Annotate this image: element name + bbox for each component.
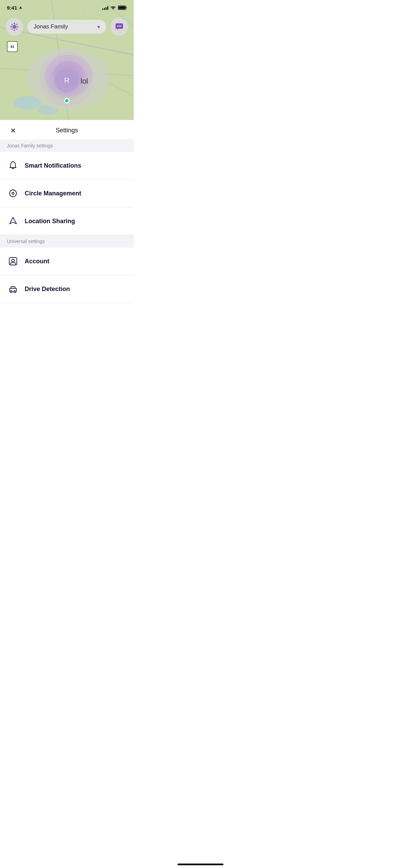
circle-management-label: Circle Management [25, 190, 81, 197]
family-selector-button[interactable]: Jonas Family ▾ [27, 20, 106, 34]
family-name-label: Jonas Family [34, 23, 68, 30]
navigation-icon [7, 215, 19, 227]
svg-point-32 [119, 25, 120, 27]
time-display: 9:41 [7, 5, 17, 11]
drive-detection-item[interactable]: Drive Detection [0, 275, 134, 303]
drive-detection-label: Drive Detection [25, 286, 70, 293]
status-icons [102, 5, 127, 10]
svg-point-1 [113, 9, 113, 10]
svg-rect-25 [17, 26, 19, 27]
location-sharing-label: Location Sharing [25, 218, 75, 225]
settings-title: Settings [56, 127, 78, 134]
location-arrow-icon [19, 6, 23, 10]
status-bar: 9:41 [0, 0, 134, 13]
svg-point-21 [14, 26, 15, 28]
car-icon [7, 283, 19, 295]
svg-rect-26 [11, 24, 13, 25]
svg-point-31 [117, 25, 119, 27]
battery-icon [118, 5, 127, 10]
svg-rect-24 [10, 26, 12, 27]
svg-rect-28 [11, 28, 13, 30]
circle-management-item[interactable]: Circle Management [0, 180, 134, 207]
universal-section-label: Universal settings [0, 235, 134, 248]
svg-rect-22 [14, 23, 15, 24]
user-square-icon [7, 255, 19, 267]
account-item[interactable]: Account [0, 248, 134, 275]
settings-panel: ✕ Settings Jonas Family settings Smart N… [0, 120, 134, 317]
smart-notifications-item[interactable]: Smart Notifications [0, 152, 134, 180]
map-location-label: lol [81, 77, 88, 86]
chat-icon [115, 22, 124, 31]
svg-point-35 [10, 190, 16, 197]
road-badge: 41 [7, 41, 18, 52]
close-button[interactable]: ✕ [7, 124, 19, 137]
map-area: Jonas Family ▾ 41 R lol [0, 0, 134, 120]
svg-rect-23 [14, 29, 15, 31]
settings-gear-button[interactable] [5, 18, 23, 36]
wifi-icon [110, 6, 116, 10]
svg-point-36 [12, 192, 14, 194]
map-header: Jonas Family ▾ [0, 15, 134, 38]
map-avatar: R [55, 69, 79, 93]
status-time: 9:41 [7, 5, 23, 11]
chat-button[interactable] [110, 18, 128, 36]
svg-rect-27 [16, 28, 17, 30]
family-section-label: Jonas Family settings [0, 140, 134, 152]
circle-dot-icon [7, 187, 19, 200]
svg-rect-29 [16, 24, 17, 25]
smart-notifications-label: Smart Notifications [25, 162, 81, 169]
signal-icon [102, 6, 108, 10]
svg-point-41 [10, 291, 12, 293]
svg-marker-37 [10, 217, 16, 224]
svg-marker-0 [19, 6, 22, 9]
settings-header: ✕ Settings [0, 120, 134, 140]
bell-icon [7, 159, 19, 172]
svg-point-42 [14, 291, 16, 293]
location-pin [64, 98, 70, 104]
account-label: Account [25, 258, 49, 265]
svg-point-33 [120, 25, 122, 27]
svg-point-39 [12, 259, 14, 262]
chevron-down-icon: ▾ [97, 24, 100, 30]
location-sharing-item[interactable]: Location Sharing [0, 207, 134, 235]
svg-rect-3 [119, 7, 125, 9]
gear-icon [10, 22, 19, 31]
